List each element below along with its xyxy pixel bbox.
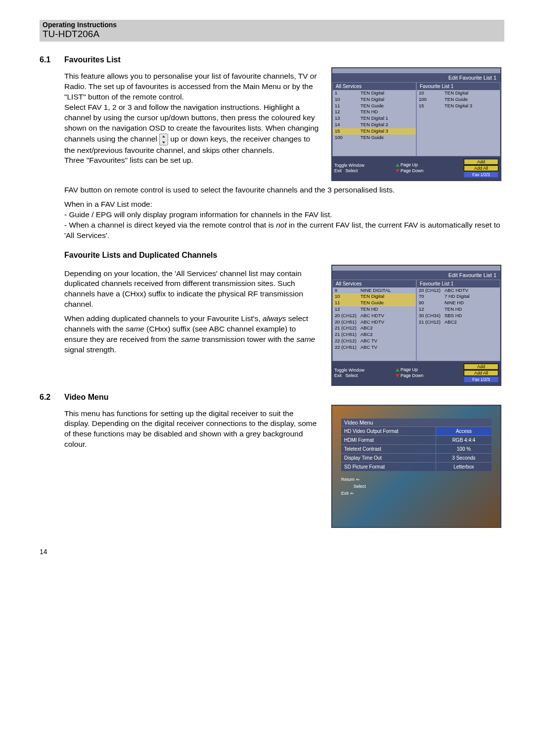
osd2-fav: Fav 1/2/3 [464,377,498,382]
vmenu-exit: Exit [341,491,349,496]
list-item: 100TEN Guide [333,135,416,141]
video-menu-row: HDMI FormatRGB 4:4:4 [341,435,491,444]
osd1-toggle: Toggle Window [334,163,364,168]
section-6-1-heading: 6.1 Favourites List [40,55,504,64]
fav-p4: - Guide / EPG will only display program … [64,210,504,220]
vmenu-return: Return [341,477,355,482]
list-item: 15TEN Digital 3 [417,103,500,109]
sub-heading-duplicated: Favourite Lists and Duplicated Channels [64,251,217,259]
osd1-col2-header: Favourite List 1 [417,83,500,90]
video-menu-row: HD Video Output FormatAccess [341,426,491,435]
list-item: 22 (CH12)ABC TV [333,338,416,344]
osd2-select: Select [346,373,358,378]
video-menu-row: SD Picture FormatLetterbox [341,462,491,471]
osd2-addall: Add All [464,370,498,376]
pagedown-icon [396,374,400,378]
header-operating-instructions: Operating Instructions [43,21,501,29]
dup-p1: Depending on your location, the 'All Ser… [64,269,319,310]
list-item: 100TEN Guide [417,96,500,103]
page-header: Operating Instructions TU-HDT206A [40,20,504,42]
list-item: 13TEN Digital 1 [333,115,416,122]
fav-p3: When in a FAV List mode: [64,199,504,210]
osd2-col2-header: Favourite List 1 [417,280,500,287]
osd2-exit: Exit [334,373,342,378]
dup-p2: When adding duplicated channels to your … [64,314,319,355]
list-item: 11TEN Guide [333,103,416,109]
list-item: 20 (CH12)ABC HDTV [333,313,416,319]
video-menu-row: Display Time Out3 Seconds [341,453,491,462]
osd2-col1-header: All Services [333,280,416,287]
page-number: 14 [40,548,504,556]
osd1-exit: Exit [334,168,342,173]
osd1-add: Add [464,159,498,165]
video-menu-rows: HD Video Output FormatAccessHDMI FormatR… [341,426,491,471]
list-item: 22 (CH51)ABC TV [333,344,416,351]
channel-updown-icon [159,134,168,145]
osd1-nav: Toggle Window Exit Select Page Up Page D… [332,156,500,180]
osd1-pagedown: Page Down [400,168,424,173]
osd2-pageup: Page Up [400,367,418,372]
osd2-all-services-column: All Services 9NINE DIGITAL10TEN Digital1… [332,280,416,361]
list-item: 10TEN Digital [333,96,416,103]
osd2-favlist-column: Favourite List 1 20 (CH12)ABC HDTV707 HD… [416,280,500,361]
list-item: 12TEN HD [417,306,500,313]
section-title: Video Menu [64,393,109,402]
pagedown-icon [396,169,400,173]
osd2-col1-list: 9NINE DIGITAL10TEN Digital11TEN Guide12T… [333,287,416,351]
video-menu-title: Video Menu [341,419,491,426]
list-item: 21 (CH12)ABC2 [417,319,500,326]
header-model: TU-HDT206A [43,29,501,40]
osd1-select: Select [346,168,358,173]
osd2-pagedown: Page Down [400,373,424,378]
list-item: 12TEN HD [333,306,416,313]
list-item: 10TEN Digital [417,90,500,96]
osd1-col2-list: 10TEN Digital100TEN Guide15TEN Digital 3 [417,90,500,109]
video-menu-row: Teletext Contrast100 % [341,444,491,453]
fav-paragraph-intro: This feature allows you to personalise y… [64,71,319,166]
osd2-title: Edit Favourite List 1 [332,271,500,280]
pageup-icon [396,368,400,372]
osd2-toggle: Toggle Window [334,368,364,373]
list-item: 14TEN Digital 2 [333,122,416,128]
section-number: 6.2 [40,393,64,402]
list-item: 11TEN Guide [333,300,416,306]
list-item: 20 (CH12)ABC HDTV [417,287,500,294]
video-menu-p1: This menu has functions for setting up t… [64,409,319,450]
osd1-col1-header: All Services [333,83,416,90]
fav-p1c: Three "Favourites" lists can be set up. [64,156,193,164]
video-menu-screenshot: Video Menu HD Video Output FormatAccessH… [331,405,501,528]
osd2-nav: Toggle Window Exit Select Page Up Page D… [332,361,500,385]
list-item: 12TEN HD [333,109,416,115]
vmenu-select: Select [354,484,366,489]
fav-p5: - When a channel is direct keyed via the… [64,220,504,241]
osd2-add: Add [464,364,498,370]
osd1-fav: Fav 1/2/3 [464,172,498,178]
list-item: 30 (CH34)SBS HD [417,313,500,319]
osd1-pageup: Page Up [400,162,418,167]
section-number: 6.1 [40,55,64,64]
osd-screenshot-2: Edit Favourite List 1 All Services 9NINE… [331,265,501,386]
osd1-title: Edit Favourite List 1 [332,73,500,82]
list-item: 21 (CH12)ABC2 [333,325,416,331]
fav-p1a: This feature allows you to personalise y… [64,72,317,101]
list-item: 1TEN Digital [333,90,416,96]
osd1-col1-list: 1TEN Digital10TEN Digital11TEN Guide12TE… [333,90,416,141]
osd1-all-services-column: All Services 1TEN Digital10TEN Digital11… [332,82,416,156]
list-item: 10TEN Digital [333,293,416,300]
section-title: Favourites List [64,55,121,64]
video-menu-nav: Return ⇐ Select Exit ⇐ [341,476,491,497]
list-item: 90NINE HD [417,300,500,306]
osd1-addall: Add All [464,165,498,171]
list-item: 707 HD Digital [417,293,500,300]
list-item: 20 (CH51)ABC HDTV [333,319,416,326]
osd-screenshot-1: Edit Favourite List 1 All Services 1TEN … [331,67,501,181]
section-6-2-heading: 6.2 Video Menu [40,393,504,402]
list-item: 21 (CH51)ABC2 [333,331,416,338]
pageup-icon [396,163,400,167]
osd1-favlist-column: Favourite List 1 10TEN Digital100TEN Gui… [416,82,500,156]
list-item: 9NINE DIGITAL [333,287,416,294]
osd2-col2-list: 20 (CH12)ABC HDTV707 HD Digital90NINE HD… [417,287,500,326]
list-item: 15TEN Digital 3 [333,128,416,135]
fav-p2: FAV button on remote control is used to … [64,185,504,195]
